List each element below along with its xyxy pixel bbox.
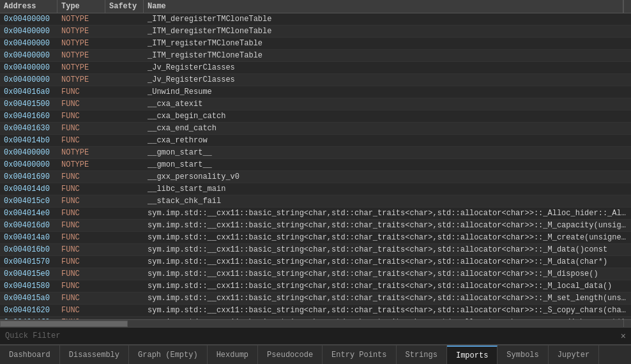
cell-name: __libc_start_main	[144, 183, 631, 195]
table-row[interactable]: 0x004016a0FUNC_Unwind_Resume	[0, 86, 631, 98]
cell-address: 0x00400000	[0, 13, 57, 25]
tab-strings[interactable]: Strings	[397, 345, 447, 364]
table-header: Address Type Safety Name	[0, 0, 631, 13]
cell-safety	[105, 159, 144, 171]
table-body[interactable]: 0x00400000NOTYPE_ITM_deregisterTMCloneTa…	[0, 13, 631, 319]
main-content: Address Type Safety Name 0x00400000NOTYP…	[0, 0, 631, 327]
table-row[interactable]: 0x004015a0FUNCsym.imp.std::__cxx11::basi…	[0, 292, 631, 305]
table-row[interactable]: 0x00400000NOTYPE_ITM_registerTMCloneTabl…	[0, 38, 631, 50]
table-row[interactable]: 0x00401570FUNCsym.imp.std::__cxx11::basi…	[0, 256, 631, 268]
cell-name: __gmon_start__	[144, 147, 631, 158]
cell-safety	[105, 74, 144, 86]
tab-entry-points[interactable]: Entry Points	[323, 345, 396, 364]
table-row[interactable]: 0x00400000NOTYPE_Jv_RegisterClasses	[0, 74, 631, 86]
cell-safety	[105, 62, 144, 73]
cell-name: sym.imp.std::__cxx11::basic_string<char,…	[144, 305, 631, 316]
table-row[interactable]: 0x00401660FUNC__cxa_begin_catch	[0, 110, 631, 123]
cell-address: 0x004014e0	[0, 208, 57, 219]
cell-name: _ITM_deregisterTMCloneTable	[144, 26, 631, 37]
table-row[interactable]: 0x004015c0FUNC__stack_chk_fail	[0, 195, 631, 208]
cell-type: FUNC	[57, 86, 105, 98]
tab-jupyter[interactable]: Jupyter	[549, 345, 599, 364]
cell-safety	[105, 171, 144, 183]
table-row[interactable]: 0x004014e0FUNCsym.imp.std::__cxx11::basi…	[0, 208, 631, 220]
col-header-safety: Safety	[105, 0, 144, 13]
cell-address: 0x00401500	[0, 98, 57, 110]
cell-safety	[105, 13, 144, 25]
table-row[interactable]: 0x004015e0FUNCsym.imp.std::__cxx11::basi…	[0, 268, 631, 280]
cell-name: sym.imp.std::__cxx11::basic_string<char,…	[144, 244, 631, 255]
tab-dashboard[interactable]: Dashboard	[0, 345, 60, 364]
cell-name: sym.imp.std::__cxx11::basic_string<char,…	[144, 268, 631, 280]
cell-address: 0x004015c0	[0, 195, 57, 207]
cell-address: 0x004014a0	[0, 232, 57, 243]
scrollbar-header-placeholder	[623, 0, 631, 13]
cell-safety	[105, 244, 144, 255]
table-row[interactable]: 0x004014b0FUNC__cxa_rethrow	[0, 135, 631, 147]
cell-safety	[105, 98, 144, 110]
quick-filter-bar: ×	[0, 327, 631, 345]
table-row[interactable]: 0x00401620FUNCsym.imp.std::__cxx11::basi…	[0, 305, 631, 317]
table-row[interactable]: 0x00400000NOTYPE__gmon_start__	[0, 159, 631, 171]
table-row[interactable]: 0x004016d0FUNCsym.imp.std::__cxx11::basi…	[0, 220, 631, 232]
quick-filter-close-button[interactable]: ×	[618, 331, 628, 340]
cell-type: FUNC	[57, 183, 105, 195]
cell-type: FUNC	[57, 171, 105, 183]
cell-type: FUNC	[57, 292, 105, 304]
cell-name: __gxx_personality_v0	[144, 171, 631, 183]
table-row[interactable]: 0x004014d0FUNC__libc_start_main	[0, 183, 631, 195]
cell-safety	[105, 256, 144, 268]
cell-address: 0x00400000	[0, 50, 57, 61]
table-row[interactable]: 0x004016b0FUNCsym.imp.std::__cxx11::basi…	[0, 244, 631, 256]
cell-safety	[105, 147, 144, 158]
cell-address: 0x004014d0	[0, 183, 57, 195]
table-row[interactable]: 0x00400000NOTYPE__gmon_start__	[0, 147, 631, 159]
cell-type: FUNC	[57, 305, 105, 316]
tab-graph[interactable]: Graph (Empty)	[129, 345, 208, 364]
table-row[interactable]: 0x00401630FUNC__cxa_end_catch	[0, 123, 631, 135]
table-row[interactable]: 0x00401580FUNCsym.imp.std::__cxx11::basi…	[0, 280, 631, 292]
cell-safety	[105, 38, 144, 49]
table-row[interactable]: 0x00400000NOTYPE_ITM_registerTMCloneTabl…	[0, 50, 631, 62]
cell-address: 0x00401690	[0, 171, 57, 183]
cell-name: sym.imp.std::__cxx11::basic_string<char,…	[144, 256, 631, 268]
col-header-type: Type	[57, 0, 105, 13]
cell-name: __stack_chk_fail	[144, 195, 631, 207]
cell-name: __cxa_atexit	[144, 98, 631, 110]
table-row[interactable]: 0x00401690FUNC__gxx_personality_v0	[0, 171, 631, 183]
cell-name: _ITM_registerTMCloneTable	[144, 38, 631, 49]
table-row[interactable]: 0x00400000NOTYPE_ITM_deregisterTMCloneTa…	[0, 13, 631, 26]
cell-type: FUNC	[57, 232, 105, 243]
cell-type: NOTYPE	[57, 147, 105, 158]
cell-address: 0x004016d0	[0, 220, 57, 231]
tab-imports[interactable]: Imports	[447, 345, 498, 364]
cell-address: 0x004015e0	[0, 268, 57, 280]
table-row[interactable]: 0x00400000NOTYPE_ITM_deregisterTMCloneTa…	[0, 26, 631, 38]
cell-address: 0x00401630	[0, 123, 57, 134]
cell-name: __gmon_start__	[144, 159, 631, 171]
cell-safety	[105, 86, 144, 98]
cell-type: NOTYPE	[57, 74, 105, 86]
cell-safety	[105, 292, 144, 304]
table-row[interactable]: 0x004014a0FUNCsym.imp.std::__cxx11::basi…	[0, 232, 631, 244]
h-scrollbar-thumb[interactable]	[0, 321, 128, 327]
cell-address: 0x00401570	[0, 256, 57, 268]
tab-hexdump[interactable]: Hexdump	[208, 345, 258, 364]
cell-type: NOTYPE	[57, 38, 105, 49]
cell-type: NOTYPE	[57, 26, 105, 37]
cell-safety	[105, 135, 144, 146]
quick-filter-input[interactable]	[3, 330, 618, 342]
cell-name: _Jv_RegisterClasses	[144, 74, 631, 86]
table-row[interactable]: 0x00401500FUNC__cxa_atexit	[0, 98, 631, 110]
horizontal-scrollbar[interactable]	[0, 319, 631, 327]
table-row[interactable]: 0x00400000NOTYPE_Jv_RegisterClasses	[0, 62, 631, 74]
h-scrollbar-right-button	[623, 320, 631, 328]
tab-disassembly[interactable]: Disassembly	[60, 345, 129, 364]
cell-safety	[105, 50, 144, 61]
tab-pseudocode[interactable]: Pseudocode	[258, 345, 323, 364]
tab-symbols[interactable]: Symbols	[498, 345, 548, 364]
cell-type: FUNC	[57, 110, 105, 122]
col-header-name: Name	[144, 0, 623, 13]
table-rows: 0x00400000NOTYPE_ITM_deregisterTMCloneTa…	[0, 13, 631, 319]
cell-type: FUNC	[57, 208, 105, 219]
